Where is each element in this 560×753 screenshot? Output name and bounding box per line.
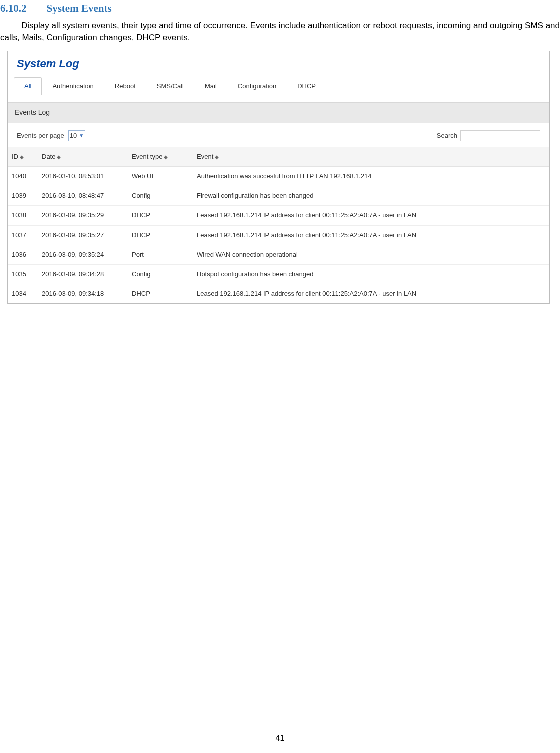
cell-date: 2016-03-10, 08:53:01	[38, 166, 128, 186]
tabs-bar: All Authentication Reboot SMS/Call Mail …	[8, 74, 549, 95]
tab-all[interactable]: All	[14, 77, 42, 95]
search-label: Search	[437, 131, 457, 140]
chevron-down-icon: ▼	[79, 132, 84, 139]
cell-type: Config	[128, 264, 193, 284]
col-header-date[interactable]: Date◆	[38, 147, 128, 167]
cell-event: Hotspot configuration has been changed	[193, 264, 549, 284]
table-row: 10392016-03-10, 08:48:47ConfigFirewall c…	[8, 186, 549, 206]
search-input[interactable]	[460, 130, 540, 141]
section-number: 6.10.2	[0, 2, 27, 14]
sort-icon: ◆	[164, 154, 168, 160]
tab-label: SMS/Call	[157, 82, 184, 90]
cell-date: 2016-03-09, 09:35:29	[38, 206, 128, 225]
cell-type: Config	[128, 186, 193, 206]
cell-id: 1034	[8, 284, 38, 304]
cell-type: DHCP	[128, 225, 193, 245]
col-header-event[interactable]: Event◆	[193, 147, 549, 167]
panel-title: System Log	[8, 51, 549, 74]
cell-date: 2016-03-10, 08:48:47	[38, 186, 128, 206]
tab-label: Reboot	[115, 82, 136, 90]
col-header-label: Event type	[132, 153, 162, 160]
cell-id: 1036	[8, 245, 38, 264]
cell-type: Port	[128, 245, 193, 264]
sort-icon: ◆	[57, 154, 61, 160]
events-table: ID◆ Date◆ Event type◆ Event◆ 10402016-03…	[8, 147, 549, 304]
events-per-page-control: Events per page 10 ▼	[17, 130, 85, 141]
col-header-label: Event	[197, 153, 213, 160]
col-header-label: Date	[42, 153, 55, 160]
cell-event: Leased 192.168.1.214 IP address for clie…	[193, 225, 549, 245]
cell-id: 1038	[8, 206, 38, 225]
cell-id: 1040	[8, 166, 38, 186]
tab-label: All	[24, 82, 31, 90]
cell-event: Authentication was succesful from HTTP L…	[193, 166, 549, 186]
table-row: 10342016-03-09, 09:34:18DHCPLeased 192.1…	[8, 284, 549, 304]
tab-configuration[interactable]: Configuration	[227, 77, 287, 95]
cell-event: Firewall configuration has been changed	[193, 186, 549, 206]
cell-date: 2016-03-09, 09:35:27	[38, 225, 128, 245]
section-body: Display all system events, their type an…	[0, 20, 560, 51]
col-header-type[interactable]: Event type◆	[128, 147, 193, 167]
tab-label: Mail	[205, 82, 217, 90]
tab-reboot[interactable]: Reboot	[104, 77, 146, 95]
col-header-id[interactable]: ID◆	[8, 147, 38, 167]
cell-id: 1039	[8, 186, 38, 206]
cell-type: DHCP	[128, 206, 193, 225]
sort-icon: ◆	[20, 154, 24, 160]
cell-event: Wired WAN connection operational	[193, 245, 549, 264]
page-number: 41	[0, 733, 560, 744]
epp-value: 10	[70, 131, 77, 140]
cell-event: Leased 192.168.1.214 IP address for clie…	[193, 206, 549, 225]
tab-mail[interactable]: Mail	[194, 77, 227, 95]
search-control: Search	[437, 130, 540, 141]
table-row: 10402016-03-10, 08:53:01Web UIAuthentica…	[8, 166, 549, 186]
cell-id: 1037	[8, 225, 38, 245]
tab-dhcp[interactable]: DHCP	[287, 77, 326, 95]
cell-date: 2016-03-09, 09:35:24	[38, 245, 128, 264]
section-heading: 6.10.2System Events	[0, 0, 560, 20]
tab-sms-call[interactable]: SMS/Call	[146, 77, 194, 95]
table-row: 10382016-03-09, 09:35:29DHCPLeased 192.1…	[8, 206, 549, 225]
cell-date: 2016-03-09, 09:34:28	[38, 264, 128, 284]
cell-event: Leased 192.168.1.214 IP address for clie…	[193, 284, 549, 304]
system-log-panel: System Log All Authentication Reboot SMS…	[7, 51, 550, 304]
tab-label: Configuration	[238, 82, 276, 90]
table-row: 10352016-03-09, 09:34:28ConfigHotspot co…	[8, 264, 549, 284]
table-controls: Events per page 10 ▼ Search	[8, 123, 549, 141]
tab-label: Authentication	[52, 82, 93, 90]
cell-type: Web UI	[128, 166, 193, 186]
epp-select[interactable]: 10 ▼	[68, 130, 85, 141]
cell-date: 2016-03-09, 09:34:18	[38, 284, 128, 304]
tab-authentication[interactable]: Authentication	[42, 77, 104, 95]
cell-id: 1035	[8, 264, 38, 284]
cell-type: DHCP	[128, 284, 193, 304]
sort-icon: ◆	[215, 154, 219, 160]
table-header-row: ID◆ Date◆ Event type◆ Event◆	[8, 147, 549, 167]
table-row: 10362016-03-09, 09:35:24PortWired WAN co…	[8, 245, 549, 264]
epp-label: Events per page	[17, 131, 64, 140]
events-log-bar: Events Log	[8, 102, 549, 123]
table-row: 10372016-03-09, 09:35:27DHCPLeased 192.1…	[8, 225, 549, 245]
tab-label: DHCP	[297, 82, 316, 90]
col-header-label: ID	[12, 153, 18, 160]
section-title: System Events	[47, 2, 112, 14]
